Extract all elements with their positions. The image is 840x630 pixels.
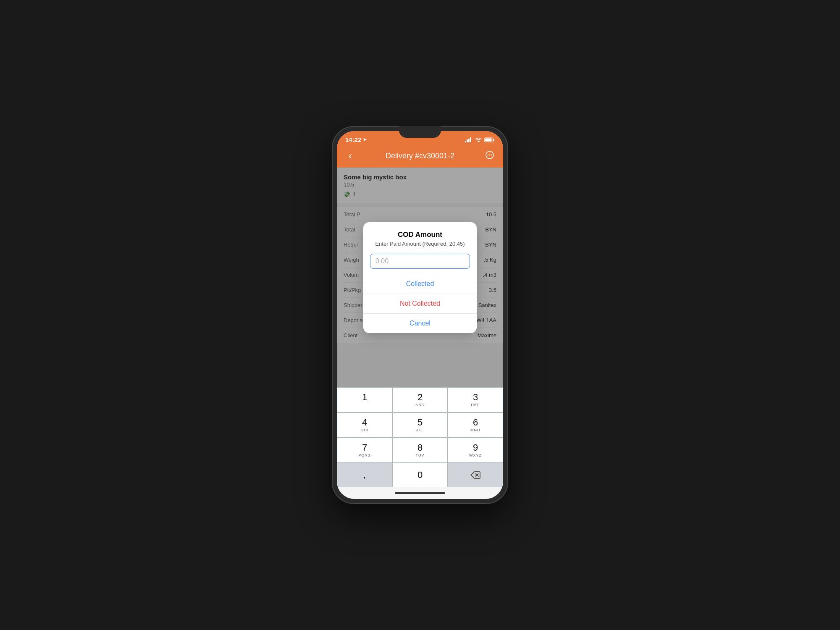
svg-rect-3: [470, 137, 471, 142]
numeric-keyboard: 1 2 ABC 3 DEF 4 GHI 5: [337, 387, 503, 487]
keyboard-row-3: 7 PQRS 8 TUV 9 WXYZ: [337, 438, 503, 463]
navigation-icon: ➤: [363, 137, 367, 142]
svg-rect-0: [465, 141, 466, 142]
svg-point-11: [491, 154, 492, 155]
wifi-icon: [475, 137, 482, 142]
svg-point-9: [488, 154, 489, 155]
keyboard-row-1: 1 2 ABC 3 DEF: [337, 387, 503, 412]
app-header: ‹ Delivery #cv30001-2: [337, 146, 503, 168]
delete-icon: [470, 471, 480, 479]
svg-rect-2: [468, 139, 470, 142]
modal-title: COD Amount: [370, 231, 470, 239]
battery-icon: [484, 137, 495, 142]
page-title: Delivery #cv30001-2: [386, 152, 454, 160]
key-5[interactable]: 5 JKL: [392, 412, 448, 438]
not-collected-button[interactable]: Not Collected: [363, 294, 477, 313]
home-indicator: [337, 487, 503, 499]
keyboard-row-4: , 0: [337, 463, 503, 487]
phone-screen: 14:22 ➤: [337, 131, 503, 499]
more-icon: [485, 150, 494, 160]
key-1[interactable]: 1: [337, 387, 392, 412]
modal-overlay: COD Amount Enter Paid Amount (Required: …: [337, 168, 503, 387]
svg-point-4: [478, 141, 479, 142]
key-9[interactable]: 9 WXYZ: [448, 438, 503, 463]
amount-input[interactable]: [370, 254, 470, 269]
key-4[interactable]: 4 GHI: [337, 412, 392, 438]
key-0[interactable]: 0: [392, 463, 448, 487]
key-3[interactable]: 3 DEF: [448, 387, 503, 412]
status-time: 14:22 ➤: [345, 136, 367, 143]
keyboard-row-2: 4 GHI 5 JKL 6 MNO: [337, 412, 503, 438]
key-7[interactable]: 7 PQRS: [337, 438, 392, 463]
key-2[interactable]: 2 ABC: [392, 387, 448, 412]
svg-point-10: [489, 154, 491, 155]
back-button[interactable]: ‹: [344, 150, 357, 162]
modal-input-wrap: [363, 249, 477, 274]
key-8[interactable]: 8 TUV: [392, 438, 448, 463]
modal-header: COD Amount Enter Paid Amount (Required: …: [363, 222, 477, 249]
key-6[interactable]: 6 MNO: [448, 412, 503, 438]
collected-button[interactable]: Collected: [363, 274, 477, 294]
home-bar: [395, 492, 445, 494]
key-comma[interactable]: ,: [337, 463, 392, 487]
svg-rect-6: [494, 139, 495, 141]
cod-amount-dialog: COD Amount Enter Paid Amount (Required: …: [363, 222, 477, 333]
signal-icon: [465, 137, 472, 142]
status-icons: [465, 137, 495, 142]
cancel-button[interactable]: Cancel: [363, 313, 477, 333]
more-button[interactable]: [483, 150, 496, 162]
modal-subtitle: Enter Paid Amount (Required: 20.45): [370, 241, 470, 247]
svg-rect-1: [467, 139, 468, 142]
phone-frame: 14:22 ➤: [332, 126, 508, 504]
notch: [399, 126, 441, 138]
main-content: Some big mystic box 10.5 💸 1 Total P 10.…: [337, 168, 503, 387]
key-delete[interactable]: [448, 463, 503, 487]
svg-rect-7: [485, 138, 492, 141]
